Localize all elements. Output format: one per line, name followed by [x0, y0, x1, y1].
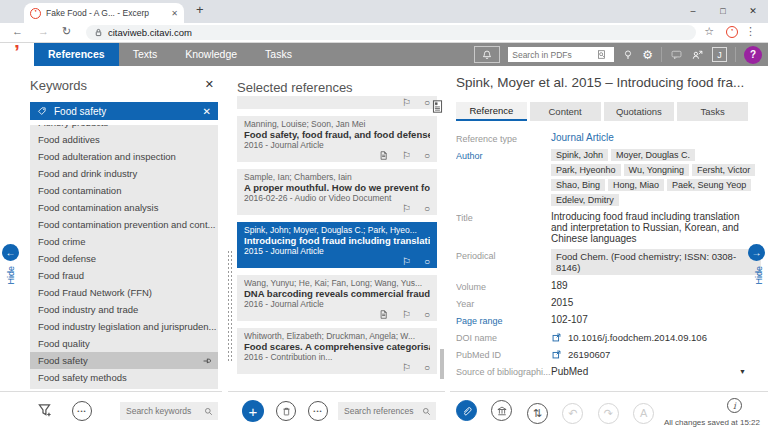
- pin-icon[interactable]: [202, 356, 212, 366]
- flag-icon[interactable]: ⚐: [402, 310, 411, 320]
- add-reference-button[interactable]: +: [242, 400, 264, 422]
- author-chip[interactable]: Fersht, Victor: [692, 164, 755, 176]
- help-button[interactable]: ?: [744, 46, 762, 64]
- keyword-filter-chip[interactable]: Food safety ✕: [30, 102, 218, 120]
- author-chip[interactable]: Shao, Bing: [551, 179, 605, 191]
- bookmark-star-icon[interactable]: ☆: [704, 25, 714, 38]
- share-project-icon[interactable]: [691, 48, 704, 61]
- pubmed-value[interactable]: 26190607: [568, 349, 610, 360]
- nav-references[interactable]: References: [34, 43, 119, 66]
- flag-icon[interactable]: ⚐: [402, 257, 411, 267]
- circle-rating-icon[interactable]: ○: [424, 151, 430, 161]
- keyword-item[interactable]: Food crime: [30, 233, 218, 250]
- window-minimize-icon[interactable]: –: [678, 0, 708, 23]
- author-chip[interactable]: Wu, Yongning: [624, 164, 689, 176]
- hide-left-panel-button[interactable]: ←: [2, 244, 19, 261]
- keyword-item[interactable]: Food industry legislation and jurisprude…: [30, 318, 218, 335]
- tab-close-icon[interactable]: ✕: [171, 9, 178, 18]
- keyword-item-selected[interactable]: Food safety: [30, 352, 218, 369]
- keyword-item[interactable]: Food adulteration and inspection: [30, 148, 218, 165]
- external-link-icon[interactable]: [551, 349, 562, 360]
- library-lookup-button[interactable]: [491, 400, 512, 421]
- notifications-button[interactable]: [474, 46, 500, 63]
- attachment-document-icon[interactable]: [378, 150, 389, 161]
- page-range-value[interactable]: 102-107: [551, 314, 756, 326]
- references-search-field[interactable]: [338, 402, 436, 420]
- window-close-icon[interactable]: ✕: [738, 0, 768, 23]
- attachment-document-icon[interactable]: [378, 309, 389, 320]
- tab-tasks[interactable]: Tasks: [677, 102, 748, 121]
- keywords-search-input[interactable]: [126, 406, 203, 416]
- settings-gear-icon[interactable]: ⚙: [642, 49, 653, 61]
- reference-card-partial[interactable]: ⚐ ○: [237, 96, 437, 109]
- reference-type-value[interactable]: Journal Article: [551, 132, 756, 144]
- doi-value[interactable]: 10.1016/j.foodchem.2014.09.106: [568, 332, 707, 343]
- reference-card[interactable]: Manning, Louise; Soon, Jan Mei Food safe…: [237, 116, 437, 162]
- keyword-item[interactable]: Food contamination: [30, 182, 218, 199]
- reference-card[interactable]: Wang, Yunyu; He, Kai; Fan, Long; Wang, Y…: [237, 275, 437, 321]
- filter-add-button[interactable]: [36, 401, 54, 419]
- pdf-search-input[interactable]: [512, 50, 596, 60]
- circle-rating-icon[interactable]: ○: [424, 310, 430, 320]
- browser-tab[interactable]: ’ Fake Food - A G... - Excerp ✕: [24, 3, 184, 23]
- keyword-item[interactable]: Food additives: [30, 131, 218, 148]
- volume-value[interactable]: 189: [551, 280, 756, 292]
- nav-texts[interactable]: Texts: [119, 43, 172, 66]
- keyword-item[interactable]: Food Fraud Network (FFN): [30, 284, 218, 301]
- attachments-button[interactable]: [456, 400, 477, 421]
- user-avatar[interactable]: J: [712, 47, 727, 62]
- references-more-button[interactable]: •••: [308, 401, 328, 421]
- keyword-item[interactable]: Food quality: [30, 335, 218, 352]
- keywords-search-field[interactable]: [120, 402, 218, 420]
- circle-rating-icon[interactable]: ○: [424, 363, 430, 373]
- keyword-item[interactable]: Food defense: [30, 250, 218, 267]
- address-bar[interactable]: citaviweb.citavi.com: [86, 25, 696, 40]
- new-tab-button[interactable]: +: [196, 2, 204, 17]
- circle-rating-icon[interactable]: ○: [424, 257, 430, 267]
- reference-card-selected[interactable]: Spink, John; Moyer, Douglas C.; Park, Hy…: [237, 222, 437, 268]
- periodical-chip[interactable]: Food Chem. (Food chemistry; ISSN: 0308-8…: [551, 249, 761, 275]
- tab-quotations[interactable]: Quotations: [604, 102, 675, 121]
- author-chip[interactable]: Spink, John: [551, 149, 608, 161]
- keyword-item[interactable]: Food safety methods: [30, 369, 218, 386]
- delete-reference-button[interactable]: [276, 401, 296, 421]
- flag-icon[interactable]: ⚐: [402, 151, 411, 161]
- window-maximize-icon[interactable]: □: [708, 0, 738, 23]
- citavi-logo[interactable]: ’: [0, 43, 34, 66]
- lightbulb-icon[interactable]: [622, 49, 634, 61]
- browser-menu-icon[interactable]: ⋮: [745, 25, 756, 38]
- reference-card[interactable]: Whitworth, Elizabeth; Druckman, Angela; …: [237, 328, 437, 374]
- citavi-extension-icon[interactable]: ’: [726, 26, 738, 38]
- circle-rating-icon[interactable]: ○: [424, 204, 430, 214]
- info-button[interactable]: i: [727, 398, 742, 413]
- pdf-search-field[interactable]: [508, 47, 614, 62]
- keyword-filter-remove-icon[interactable]: ✕: [203, 106, 211, 117]
- circle-rating-icon[interactable]: ○: [424, 98, 430, 108]
- keywords-more-button[interactable]: •••: [72, 401, 92, 421]
- external-link-icon[interactable]: [551, 332, 562, 343]
- title-value[interactable]: Introducing food fraud including transla…: [551, 211, 756, 244]
- author-chip[interactable]: Hong, Miao: [608, 179, 664, 191]
- keyword-item[interactable]: Food fraud: [30, 267, 218, 284]
- flag-icon[interactable]: ⚐: [402, 363, 411, 373]
- source-dropdown[interactable]: PubMed ▼: [551, 365, 756, 377]
- keyword-item[interactable]: Food contamination analysis: [30, 199, 218, 216]
- keyword-item[interactable]: Food industry and trade: [30, 301, 218, 318]
- author-chip[interactable]: Park, Hyeonho: [551, 164, 621, 176]
- flag-icon[interactable]: ⚐: [402, 204, 411, 214]
- tab-reference[interactable]: Reference: [456, 102, 527, 121]
- author-chip[interactable]: Moyer, Douglas C.: [611, 149, 695, 161]
- keyword-item[interactable]: Food and drink industry: [30, 165, 218, 182]
- compact-view-icon[interactable]: [431, 99, 444, 114]
- nav-knowledge[interactable]: Knowledge: [171, 43, 251, 66]
- references-search-input[interactable]: [344, 406, 421, 416]
- author-chip[interactable]: Edelev, Dmitry: [551, 194, 619, 206]
- reference-card[interactable]: Sample, Ian; Chambers, Iain A proper mou…: [237, 169, 437, 215]
- flag-icon[interactable]: ⚐: [402, 98, 411, 108]
- author-chip[interactable]: Paek, Seung Yeop: [667, 179, 751, 191]
- keyword-item[interactable]: Food contamination prevention and cont..…: [30, 216, 218, 233]
- hide-right-panel-button[interactable]: →: [748, 244, 765, 261]
- reload-icon[interactable]: ↻: [62, 25, 71, 38]
- back-icon[interactable]: ←: [12, 25, 23, 37]
- year-value[interactable]: 2015: [551, 297, 756, 309]
